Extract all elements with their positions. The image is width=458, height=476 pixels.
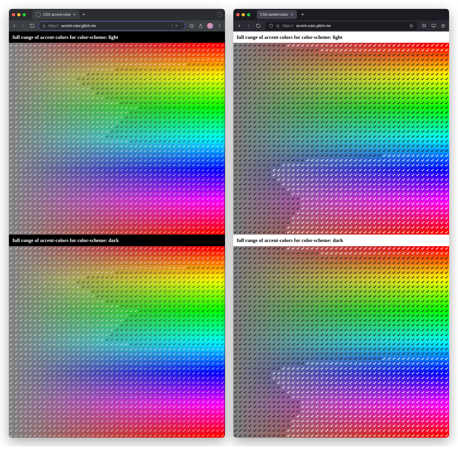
accent-checkbox[interactable] <box>444 211 449 215</box>
accent-checkbox[interactable] <box>182 323 186 328</box>
accent-checkbox[interactable] <box>23 332 28 337</box>
accent-checkbox[interactable] <box>191 356 196 361</box>
accent-checkbox[interactable] <box>238 265 243 270</box>
accent-checkbox[interactable] <box>134 211 138 215</box>
accent-checkbox[interactable] <box>305 196 310 201</box>
accent-checkbox[interactable] <box>100 230 105 235</box>
accent-checkbox[interactable] <box>23 76 28 81</box>
accent-checkbox[interactable] <box>243 167 248 172</box>
accent-checkbox[interactable] <box>368 139 372 143</box>
accent-checkbox[interactable] <box>210 299 215 303</box>
accent-checkbox[interactable] <box>444 390 449 395</box>
accent-checkbox[interactable] <box>420 423 425 428</box>
accent-checkbox[interactable] <box>252 158 257 163</box>
accent-checkbox[interactable] <box>81 380 86 385</box>
accent-checkbox[interactable] <box>163 251 167 256</box>
accent-checkbox[interactable] <box>76 96 81 100</box>
accent-checkbox[interactable] <box>262 313 267 318</box>
accent-checkbox[interactable] <box>57 419 62 423</box>
accent-checkbox[interactable] <box>33 201 38 206</box>
accent-checkbox[interactable] <box>252 206 257 211</box>
accent-checkbox[interactable] <box>206 428 210 433</box>
accent-checkbox[interactable] <box>425 366 430 371</box>
accent-checkbox[interactable] <box>372 230 377 235</box>
accent-checkbox[interactable] <box>158 308 162 313</box>
accent-checkbox[interactable] <box>153 390 158 395</box>
accent-checkbox[interactable] <box>339 332 344 337</box>
accent-checkbox[interactable] <box>305 48 310 53</box>
accent-checkbox[interactable] <box>57 414 62 419</box>
accent-checkbox[interactable] <box>334 67 339 72</box>
accent-checkbox[interactable] <box>67 399 71 404</box>
accent-checkbox[interactable] <box>310 251 315 256</box>
accent-checkbox[interactable] <box>396 385 401 390</box>
accent-checkbox[interactable] <box>206 96 210 100</box>
accent-checkbox[interactable] <box>153 294 158 299</box>
accent-checkbox[interactable] <box>320 303 324 308</box>
accent-checkbox[interactable] <box>334 72 339 76</box>
accent-checkbox[interactable] <box>272 275 276 279</box>
accent-checkbox[interactable] <box>90 371 95 375</box>
accent-checkbox[interactable] <box>406 115 411 120</box>
accent-checkbox[interactable] <box>134 399 138 404</box>
accent-checkbox[interactable] <box>300 284 305 289</box>
accent-checkbox[interactable] <box>238 332 243 337</box>
accent-checkbox[interactable] <box>377 206 382 211</box>
accent-checkbox[interactable] <box>110 163 114 167</box>
accent-checkbox[interactable] <box>358 225 363 230</box>
accent-checkbox[interactable] <box>177 270 182 275</box>
accent-checkbox[interactable] <box>47 48 52 53</box>
accent-checkbox[interactable] <box>71 134 76 139</box>
accent-checkbox[interactable] <box>138 225 143 230</box>
accent-checkbox[interactable] <box>9 308 14 313</box>
accent-checkbox[interactable] <box>329 328 334 332</box>
accent-checkbox[interactable] <box>415 67 420 72</box>
accent-checkbox[interactable] <box>206 423 210 428</box>
accent-checkbox[interactable] <box>252 260 257 265</box>
accent-checkbox[interactable] <box>291 216 295 220</box>
accent-checkbox[interactable] <box>148 96 153 100</box>
accent-checkbox[interactable] <box>315 182 320 187</box>
accent-checkbox[interactable] <box>300 337 305 342</box>
accent-checkbox[interactable] <box>134 409 138 414</box>
accent-checkbox[interactable] <box>444 409 449 414</box>
accent-checkbox[interactable] <box>344 371 348 375</box>
accent-checkbox[interactable] <box>233 201 238 206</box>
accent-checkbox[interactable] <box>276 76 281 81</box>
accent-checkbox[interactable] <box>9 332 14 337</box>
accent-checkbox[interactable] <box>110 352 114 356</box>
accent-checkbox[interactable] <box>372 96 377 100</box>
accent-checkbox[interactable] <box>18 433 23 438</box>
accent-checkbox[interactable] <box>52 270 57 275</box>
accent-checkbox[interactable] <box>248 62 252 67</box>
accent-checkbox[interactable] <box>233 395 238 399</box>
accent-checkbox[interactable] <box>119 256 124 260</box>
accent-checkbox[interactable] <box>387 72 391 76</box>
accent-checkbox[interactable] <box>411 356 415 361</box>
accent-checkbox[interactable] <box>172 342 177 347</box>
accent-checkbox[interactable] <box>358 163 363 167</box>
accent-checkbox[interactable] <box>377 308 382 313</box>
accent-checkbox[interactable] <box>430 110 435 115</box>
accent-checkbox[interactable] <box>281 352 286 356</box>
accent-checkbox[interactable] <box>186 62 191 67</box>
accent-checkbox[interactable] <box>272 100 276 105</box>
accent-checkbox[interactable] <box>110 86 114 91</box>
accent-checkbox[interactable] <box>267 230 272 235</box>
accent-checkbox[interactable] <box>444 294 449 299</box>
accent-checkbox[interactable] <box>320 48 324 53</box>
accent-checkbox[interactable] <box>272 366 276 371</box>
accent-checkbox[interactable] <box>206 86 210 91</box>
accent-checkbox[interactable] <box>387 294 391 299</box>
accent-checkbox[interactable] <box>353 433 358 438</box>
accent-checkbox[interactable] <box>300 167 305 172</box>
accent-checkbox[interactable] <box>23 143 28 148</box>
accent-checkbox[interactable] <box>382 96 387 100</box>
accent-checkbox[interactable] <box>415 81 420 86</box>
accent-checkbox[interactable] <box>435 143 440 148</box>
accent-checkbox[interactable] <box>300 419 305 423</box>
accent-checkbox[interactable] <box>76 206 81 211</box>
accent-checkbox[interactable] <box>444 371 449 375</box>
accent-checkbox[interactable] <box>377 299 382 303</box>
accent-checkbox[interactable] <box>300 299 305 303</box>
